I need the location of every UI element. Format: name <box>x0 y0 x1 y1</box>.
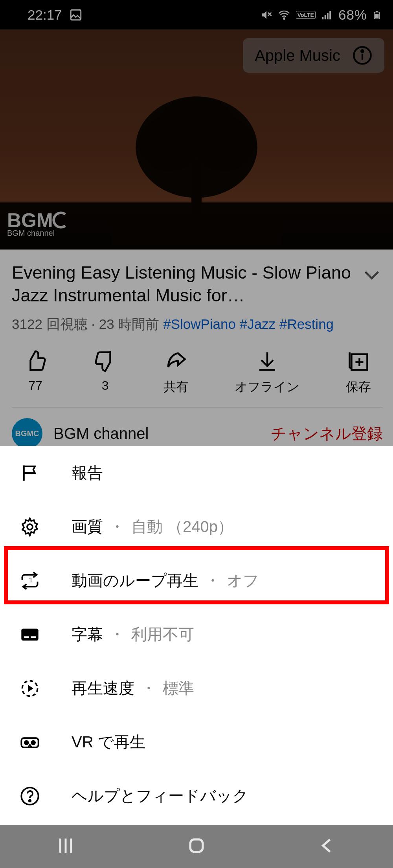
video-player[interactable]: Apple Music BGM BGM channel <box>0 29 393 250</box>
gear-icon <box>20 517 55 537</box>
video-meta: 3122 回視聴 · 23 時間前 #SlowPiano #Jazz #Rest… <box>12 315 383 334</box>
save-button[interactable]: 保存 <box>346 349 371 396</box>
help-icon <box>20 786 55 806</box>
vr-icon <box>20 732 55 752</box>
video-badge-label: Apple Music <box>255 47 340 64</box>
android-navbar <box>0 825 393 868</box>
mute-icon <box>261 9 272 21</box>
title-row[interactable]: Evening Easy Listening Music - Slow Pian… <box>12 261 383 306</box>
svg-point-16 <box>159 97 233 151</box>
volte-icon: VoLTE <box>296 11 316 19</box>
svg-point-32 <box>31 741 35 744</box>
hashtag[interactable]: #Resting <box>279 316 334 332</box>
video-title: Evening Easy Listening Music - Slow Pian… <box>12 261 353 306</box>
svg-text:1: 1 <box>29 576 33 584</box>
menu-quality[interactable]: 画質・自動 （240p） <box>0 500 393 554</box>
svg-point-31 <box>25 741 28 744</box>
svg-rect-9 <box>376 11 378 12</box>
menu-help[interactable]: ヘルプとフィードバック <box>0 769 393 823</box>
svg-rect-5 <box>325 15 326 19</box>
menu-vr[interactable]: VR で再生 <box>0 715 393 769</box>
svg-rect-27 <box>31 636 36 638</box>
menu-loop[interactable]: 1 動画のループ再生・オフ <box>0 554 393 607</box>
svg-rect-25 <box>21 628 38 640</box>
svg-point-19 <box>361 50 364 52</box>
action-bar: 77 3 共有 オフライン 保存 <box>12 349 383 408</box>
battery-percent: 68% <box>338 7 367 23</box>
svg-rect-7 <box>329 11 331 19</box>
svg-rect-26 <box>24 636 29 638</box>
loop-icon: 1 <box>20 571 55 591</box>
video-thumbnail-tree <box>112 76 281 245</box>
share-button[interactable]: 共有 <box>163 349 189 396</box>
like-button[interactable]: 77 <box>24 349 47 396</box>
home-button[interactable] <box>186 835 207 858</box>
svg-point-3 <box>283 18 285 19</box>
hashtag[interactable]: #SlowPiano <box>163 316 236 332</box>
info-icon <box>352 45 373 66</box>
wifi-icon <box>278 9 290 21</box>
svg-marker-29 <box>28 685 33 692</box>
save-icon <box>347 349 370 373</box>
svg-rect-38 <box>190 839 203 852</box>
status-bar: 22:17 VoLTE 68% <box>0 0 393 29</box>
chevron-down-icon <box>361 264 383 286</box>
svg-rect-0 <box>71 10 81 20</box>
svg-rect-6 <box>327 13 329 19</box>
options-bottom-sheet: 報告 画質・自動 （240p） 1 動画のループ再生・オフ 字幕・利用不可 再生… <box>0 446 393 825</box>
channel-row[interactable]: BGMC BGM channel チャンネル登録 <box>12 408 383 449</box>
flag-icon <box>20 463 55 483</box>
video-info-badge[interactable]: Apple Music <box>243 38 384 73</box>
svg-point-34 <box>29 800 31 801</box>
svg-rect-10 <box>375 14 378 18</box>
signal-icon <box>321 9 333 21</box>
channel-name: BGM channel <box>53 425 260 442</box>
download-button[interactable]: オフライン <box>235 349 299 396</box>
thumbs-up-icon <box>24 349 47 373</box>
back-button[interactable] <box>317 835 338 858</box>
hashtag[interactable]: #Jazz <box>240 316 275 332</box>
captions-icon <box>20 624 55 645</box>
speed-icon <box>20 678 55 699</box>
status-time: 22:17 <box>28 7 62 23</box>
recents-button[interactable] <box>55 835 76 858</box>
thumbs-down-icon <box>94 349 117 373</box>
share-icon <box>164 349 188 373</box>
video-details: Evening Easy Listening Music - Slow Pian… <box>0 250 393 449</box>
menu-captions[interactable]: 字幕・利用不可 <box>0 607 393 661</box>
menu-report[interactable]: 報告 <box>0 446 393 500</box>
menu-speed[interactable]: 再生速度・標準 <box>0 661 393 715</box>
video-watermark: BGM BGM channel <box>7 211 70 238</box>
dislike-button[interactable]: 3 <box>94 349 117 396</box>
subscribe-button[interactable]: チャンネル登録 <box>271 423 383 444</box>
svg-rect-4 <box>322 17 323 19</box>
svg-point-23 <box>27 524 33 530</box>
battery-icon <box>373 8 381 22</box>
channel-avatar: BGMC <box>12 418 42 449</box>
download-icon <box>255 349 279 373</box>
image-icon <box>69 8 83 22</box>
